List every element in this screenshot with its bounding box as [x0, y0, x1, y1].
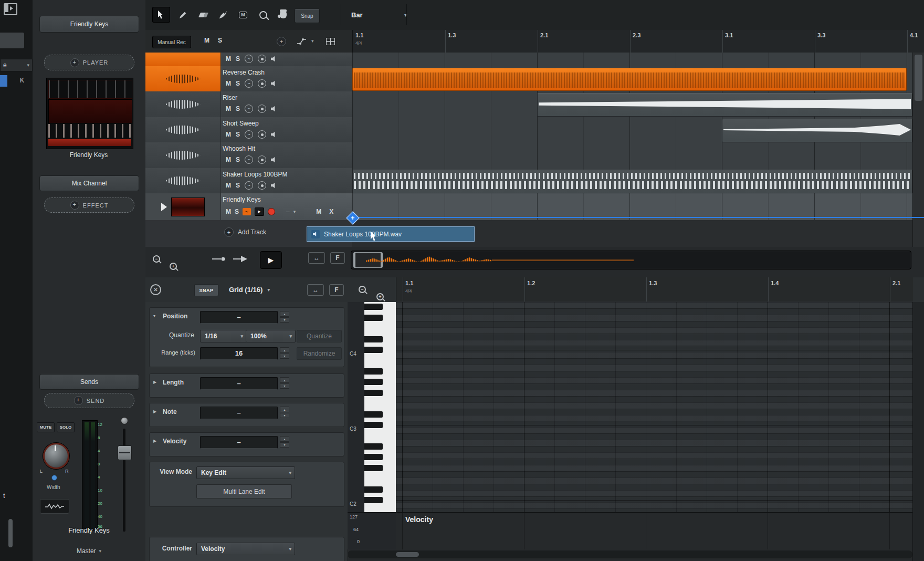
expand-triangle-icon[interactable]: ▶: [153, 380, 156, 385]
autoscroll-button[interactable]: F: [330, 252, 345, 264]
piano-black-key[interactable]: [364, 411, 383, 418]
stepper-down-icon[interactable]: ▾: [280, 442, 289, 448]
piano-black-key[interactable]: [364, 336, 383, 342]
piano-black-key[interactable]: [364, 454, 383, 460]
controller-dropdown[interactable]: Velocity ▾: [196, 543, 295, 555]
stepper-up-icon[interactable]: ▴: [280, 311, 289, 317]
play-chip-icon[interactable]: ▶: [255, 207, 264, 216]
track-name[interactable]: Riser: [223, 94, 237, 101]
play-button[interactable]: ▶: [260, 251, 282, 269]
randomize-button[interactable]: Randomize: [297, 347, 342, 360]
track-height-button[interactable]: ↔: [308, 252, 325, 264]
zoom-out-icon[interactable]: −: [153, 255, 160, 263]
marker-forward-icon[interactable]: [233, 256, 247, 262]
track-color-cell[interactable]: [145, 193, 221, 220]
editor-ruler[interactable]: 1.1 4/4 1.2 1.3 1.4 2.1: [396, 277, 913, 302]
arrow-tool-button[interactable]: [152, 7, 170, 23]
editor-autoscroll-button[interactable]: F: [329, 284, 344, 296]
multi-lane-edit-button[interactable]: Multi Lane Edit: [196, 484, 292, 498]
range-value[interactable]: 16: [200, 347, 278, 360]
track-solo-button[interactable]: S: [236, 156, 240, 163]
editor-hscrollbar[interactable]: [348, 550, 912, 558]
position-value[interactable]: –: [200, 311, 278, 324]
piano-black-key[interactable]: [364, 497, 383, 503]
track-solo-button[interactable]: S: [235, 208, 239, 215]
automation-circle-icon[interactable]: ~: [245, 130, 253, 139]
timebase-dropdown[interactable]: Bar ▾: [345, 4, 413, 25]
track-solo-button[interactable]: S: [236, 182, 240, 189]
global-solo-button[interactable]: S: [218, 37, 222, 44]
snap-toggle-button[interactable]: Snap: [295, 9, 320, 23]
track-solo-button[interactable]: S: [236, 105, 240, 112]
track-mute-button[interactable]: M: [226, 80, 231, 87]
add-track-button[interactable]: + Add Track: [224, 227, 266, 237]
instrument-chip-icon[interactable]: ~: [243, 208, 251, 215]
track-mute-button[interactable]: M: [226, 182, 231, 189]
track-row-partial[interactable]: M S ~: [145, 53, 352, 67]
stepper-up-icon[interactable]: ▴: [280, 347, 289, 353]
close-button[interactable]: X: [329, 208, 333, 215]
editor-scrollbar[interactable]: [912, 302, 924, 561]
quantize-grid-dropdown[interactable]: 1/16 ▾: [200, 330, 247, 342]
instrument-panel-header[interactable]: Friendly Keys: [39, 16, 139, 33]
audio-clip-short-sweep[interactable]: [722, 119, 912, 142]
track-name[interactable]: Shaker Loops 100BPM: [223, 171, 287, 178]
zoom-tool-button[interactable]: [254, 7, 272, 23]
width-knob[interactable]: [51, 475, 57, 481]
chevron-down-icon[interactable]: ▾: [293, 209, 296, 214]
piano-black-key[interactable]: [364, 422, 383, 428]
track-name[interactable]: Whoosh Hit: [223, 145, 255, 152]
automation-circle-icon[interactable]: ~: [245, 55, 253, 63]
speaker-icon[interactable]: [271, 106, 277, 112]
track-expand-arrow-icon[interactable]: [161, 203, 167, 211]
stepper-up-icon[interactable]: ▴: [280, 407, 289, 412]
length-stepper[interactable]: ▴ ▾: [280, 377, 289, 389]
piano-black-key[interactable]: [364, 465, 383, 471]
editor-zoom-in-icon[interactable]: +: [376, 293, 384, 300]
track-row-riser[interactable]: Riser M S ~: [145, 91, 352, 118]
stepper-down-icon[interactable]: ▾: [280, 354, 289, 359]
piano-roll-grid[interactable]: [396, 302, 912, 512]
solo-button[interactable]: SOLO: [57, 422, 75, 432]
speaker-icon[interactable]: [271, 131, 277, 138]
piano-black-key[interactable]: [364, 390, 383, 396]
automation-circle-icon[interactable]: ~: [245, 105, 253, 113]
range-stepper[interactable]: ▴ ▾: [280, 347, 289, 359]
pan-knob[interactable]: [43, 443, 69, 469]
track-mute-button[interactable]: M: [226, 156, 231, 163]
monitor-circle-icon[interactable]: [258, 55, 266, 63]
track-solo-button[interactable]: S: [236, 131, 240, 138]
close-editor-icon[interactable]: ✕: [150, 284, 161, 295]
track-color-cell[interactable]: [145, 168, 221, 193]
stepper-up-icon[interactable]: ▴: [280, 436, 289, 442]
piano-black-key[interactable]: [364, 486, 383, 493]
mute-tool-button[interactable]: M: [234, 7, 252, 23]
monitor-circle-icon[interactable]: [258, 105, 266, 113]
track-solo-button[interactable]: S: [236, 80, 240, 87]
stepper-down-icon[interactable]: ▾: [280, 413, 289, 419]
piano-black-key[interactable]: [364, 368, 383, 375]
monitor-button[interactable]: M: [316, 208, 321, 215]
fader-knob-top[interactable]: [121, 417, 128, 424]
effect-button[interactable]: + EFFECT: [44, 198, 134, 213]
automation-circle-icon[interactable]: ~: [245, 79, 253, 88]
track-row-friendly-keys[interactable]: Friendly Keys M S ~ ▶ – ▾ M X: [145, 193, 352, 221]
track-color-cell[interactable]: [145, 142, 221, 168]
track-row-short-sweep[interactable]: Short Sweep M S ~: [145, 117, 352, 143]
track-name[interactable]: Reverse Crash: [223, 69, 265, 76]
track-color-cell[interactable]: [145, 117, 221, 142]
hand-tool-button[interactable]: [274, 7, 292, 23]
piano-black-key[interactable]: [364, 347, 383, 353]
quantize-apply-button[interactable]: Quantize: [297, 330, 342, 342]
speaker-icon[interactable]: [271, 182, 277, 189]
track-color-cell[interactable]: [145, 91, 221, 117]
editor-zoom-out-icon[interactable]: −: [359, 286, 366, 293]
track-name[interactable]: Friendly Keys: [223, 196, 261, 203]
manual-rec-button[interactable]: Manual Rec: [152, 36, 191, 48]
arrange-row[interactable]: [352, 53, 912, 67]
expand-triangle-icon[interactable]: ▶: [153, 409, 156, 414]
note-stepper[interactable]: ▴ ▾: [280, 407, 289, 418]
paint-tool-button[interactable]: [214, 7, 232, 23]
instrument-thumbnail[interactable]: [46, 78, 133, 149]
add-track-plus-button[interactable]: +: [277, 37, 286, 46]
